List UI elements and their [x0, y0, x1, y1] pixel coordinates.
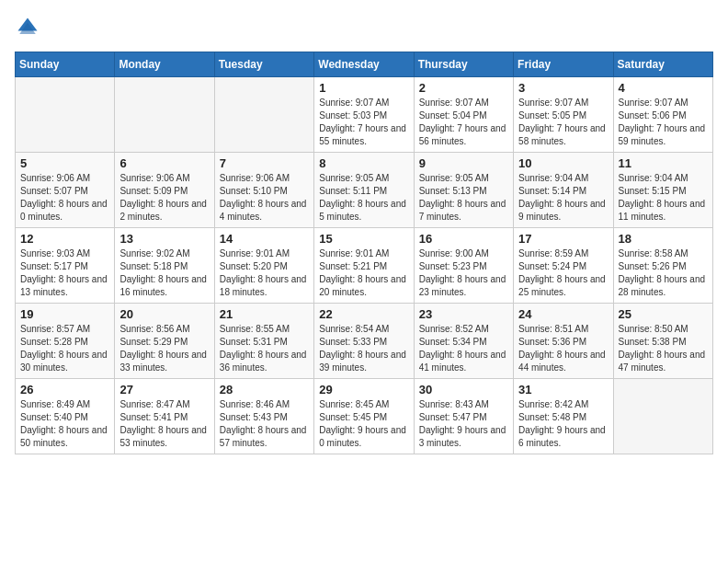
calendar-cell: 25Sunrise: 8:50 AM Sunset: 5:38 PM Dayli… [613, 304, 712, 379]
day-info: Sunrise: 8:55 AM Sunset: 5:31 PM Dayligh… [220, 323, 309, 374]
day-number: 3 [518, 81, 608, 95]
calendar-cell: 5Sunrise: 9:06 AM Sunset: 5:07 PM Daylig… [16, 153, 115, 228]
calendar-cell: 16Sunrise: 9:00 AM Sunset: 5:23 PM Dayli… [414, 228, 513, 304]
calendar-cell: 27Sunrise: 8:47 AM Sunset: 5:41 PM Dayli… [115, 379, 214, 454]
day-header-monday: Monday [115, 52, 214, 77]
day-number: 2 [419, 81, 508, 95]
day-header-friday: Friday [514, 52, 613, 77]
day-number: 1 [319, 81, 408, 95]
day-number: 31 [518, 383, 608, 396]
calendar-cell: 24Sunrise: 8:51 AM Sunset: 5:36 PM Dayli… [514, 304, 613, 379]
calendar-cell: 10Sunrise: 9:04 AM Sunset: 5:14 PM Dayli… [514, 153, 613, 228]
day-header-thursday: Thursday [414, 52, 513, 77]
day-number: 20 [119, 307, 209, 321]
day-info: Sunrise: 8:50 AM Sunset: 5:38 PM Dayligh… [619, 323, 708, 374]
calendar-cell: 9Sunrise: 9:05 AM Sunset: 5:13 PM Daylig… [414, 153, 513, 228]
day-info: Sunrise: 9:04 AM Sunset: 5:14 PM Dayligh… [518, 172, 608, 224]
calendar-cell: 21Sunrise: 8:55 AM Sunset: 5:31 PM Dayli… [214, 304, 313, 379]
day-info: Sunrise: 8:49 AM Sunset: 5:40 PM Dayligh… [20, 398, 109, 450]
day-info: Sunrise: 9:03 AM Sunset: 5:17 PM Dayligh… [20, 247, 109, 299]
logo-icon [15, 15, 40, 40]
day-number: 22 [319, 307, 408, 321]
day-info: Sunrise: 8:42 AM Sunset: 5:48 PM Dayligh… [518, 398, 608, 450]
calendar-cell: 28Sunrise: 8:46 AM Sunset: 5:43 PM Dayli… [214, 379, 313, 454]
calendar-week-row: 5Sunrise: 9:06 AM Sunset: 5:07 PM Daylig… [16, 153, 713, 228]
day-info: Sunrise: 9:06 AM Sunset: 5:07 PM Dayligh… [20, 172, 109, 224]
day-info: Sunrise: 8:47 AM Sunset: 5:41 PM Dayligh… [119, 398, 209, 450]
calendar-cell: 1Sunrise: 9:07 AM Sunset: 5:03 PM Daylig… [314, 77, 414, 153]
day-number: 26 [20, 383, 109, 396]
day-number: 16 [419, 232, 508, 246]
day-info: Sunrise: 9:02 AM Sunset: 5:18 PM Dayligh… [119, 247, 209, 299]
calendar-cell: 3Sunrise: 9:07 AM Sunset: 5:05 PM Daylig… [514, 77, 613, 153]
calendar-week-row: 19Sunrise: 8:57 AM Sunset: 5:28 PM Dayli… [16, 304, 713, 379]
day-number: 8 [319, 156, 408, 170]
day-number: 28 [220, 383, 309, 396]
calendar-cell: 20Sunrise: 8:56 AM Sunset: 5:29 PM Dayli… [115, 304, 214, 379]
calendar-cell [16, 77, 115, 153]
day-number: 15 [319, 232, 408, 246]
day-info: Sunrise: 9:07 AM Sunset: 5:06 PM Dayligh… [619, 97, 708, 148]
calendar-week-row: 1Sunrise: 9:07 AM Sunset: 5:03 PM Daylig… [16, 77, 713, 153]
page-header [15, 15, 713, 40]
day-info: Sunrise: 8:45 AM Sunset: 5:45 PM Dayligh… [319, 398, 408, 450]
calendar-cell: 23Sunrise: 8:52 AM Sunset: 5:34 PM Dayli… [414, 304, 513, 379]
day-number: 13 [119, 232, 209, 246]
calendar-cell: 8Sunrise: 9:05 AM Sunset: 5:11 PM Daylig… [314, 153, 414, 228]
calendar-table: SundayMondayTuesdayWednesdayThursdayFrid… [15, 52, 713, 454]
day-info: Sunrise: 8:57 AM Sunset: 5:28 PM Dayligh… [20, 323, 109, 374]
day-number: 19 [20, 307, 109, 321]
day-number: 5 [20, 156, 109, 170]
calendar-cell: 18Sunrise: 8:58 AM Sunset: 5:26 PM Dayli… [613, 228, 712, 304]
day-number: 9 [419, 156, 508, 170]
calendar-cell: 13Sunrise: 9:02 AM Sunset: 5:18 PM Dayli… [115, 228, 214, 304]
day-info: Sunrise: 8:46 AM Sunset: 5:43 PM Dayligh… [220, 398, 309, 450]
calendar-cell: 19Sunrise: 8:57 AM Sunset: 5:28 PM Dayli… [16, 304, 115, 379]
day-number: 24 [518, 307, 608, 321]
day-number: 7 [220, 156, 309, 170]
calendar-cell: 12Sunrise: 9:03 AM Sunset: 5:17 PM Dayli… [16, 228, 115, 304]
day-info: Sunrise: 9:07 AM Sunset: 5:04 PM Dayligh… [419, 97, 508, 148]
day-info: Sunrise: 9:05 AM Sunset: 5:11 PM Dayligh… [319, 172, 408, 224]
day-info: Sunrise: 9:07 AM Sunset: 5:05 PM Dayligh… [518, 97, 608, 148]
calendar-cell: 2Sunrise: 9:07 AM Sunset: 5:04 PM Daylig… [414, 77, 513, 153]
day-header-wednesday: Wednesday [314, 52, 414, 77]
day-header-sunday: Sunday [16, 52, 115, 77]
day-info: Sunrise: 8:54 AM Sunset: 5:33 PM Dayligh… [319, 323, 408, 374]
day-number: 6 [119, 156, 209, 170]
calendar-cell: 31Sunrise: 8:42 AM Sunset: 5:48 PM Dayli… [514, 379, 613, 454]
day-number: 11 [619, 156, 708, 170]
calendar-cell: 22Sunrise: 8:54 AM Sunset: 5:33 PM Dayli… [314, 304, 414, 379]
day-info: Sunrise: 9:05 AM Sunset: 5:13 PM Dayligh… [419, 172, 508, 224]
calendar-cell: 17Sunrise: 8:59 AM Sunset: 5:24 PM Dayli… [514, 228, 613, 304]
calendar-header-row: SundayMondayTuesdayWednesdayThursdayFrid… [16, 52, 713, 77]
calendar-cell: 11Sunrise: 9:04 AM Sunset: 5:15 PM Dayli… [613, 153, 712, 228]
day-info: Sunrise: 8:58 AM Sunset: 5:26 PM Dayligh… [619, 247, 708, 299]
day-number: 21 [220, 307, 309, 321]
day-number: 29 [319, 383, 408, 396]
day-info: Sunrise: 9:06 AM Sunset: 5:09 PM Dayligh… [119, 172, 209, 224]
calendar-cell: 29Sunrise: 8:45 AM Sunset: 5:45 PM Dayli… [314, 379, 414, 454]
day-number: 4 [619, 81, 708, 95]
calendar-cell [214, 77, 313, 153]
day-info: Sunrise: 9:01 AM Sunset: 5:20 PM Dayligh… [220, 247, 309, 299]
calendar-cell: 7Sunrise: 9:06 AM Sunset: 5:10 PM Daylig… [214, 153, 313, 228]
day-number: 27 [119, 383, 209, 396]
calendar-cell [613, 379, 712, 454]
day-number: 10 [518, 156, 608, 170]
calendar-cell: 30Sunrise: 8:43 AM Sunset: 5:47 PM Dayli… [414, 379, 513, 454]
calendar-cell: 15Sunrise: 9:01 AM Sunset: 5:21 PM Dayli… [314, 228, 414, 304]
calendar-cell: 26Sunrise: 8:49 AM Sunset: 5:40 PM Dayli… [16, 379, 115, 454]
day-info: Sunrise: 8:43 AM Sunset: 5:47 PM Dayligh… [419, 398, 508, 450]
calendar-cell [115, 77, 214, 153]
day-header-saturday: Saturday [613, 52, 712, 77]
day-info: Sunrise: 8:51 AM Sunset: 5:36 PM Dayligh… [518, 323, 608, 374]
calendar-cell: 14Sunrise: 9:01 AM Sunset: 5:20 PM Dayli… [214, 228, 313, 304]
day-info: Sunrise: 8:59 AM Sunset: 5:24 PM Dayligh… [518, 247, 608, 299]
calendar-week-row: 12Sunrise: 9:03 AM Sunset: 5:17 PM Dayli… [16, 228, 713, 304]
day-header-tuesday: Tuesday [214, 52, 313, 77]
day-number: 30 [419, 383, 508, 396]
day-info: Sunrise: 9:06 AM Sunset: 5:10 PM Dayligh… [220, 172, 309, 224]
day-number: 23 [419, 307, 508, 321]
day-info: Sunrise: 9:00 AM Sunset: 5:23 PM Dayligh… [419, 247, 508, 299]
